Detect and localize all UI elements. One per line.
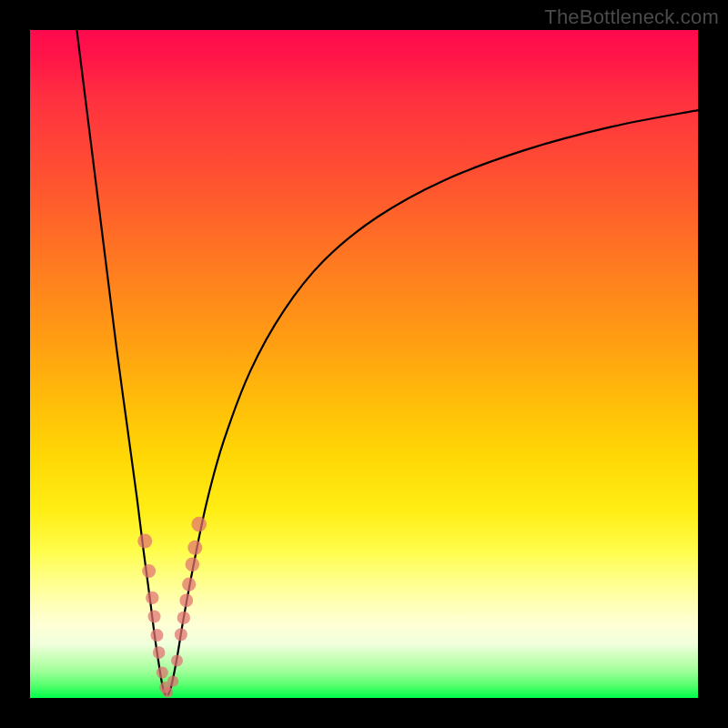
- data-point: [142, 564, 156, 578]
- data-point: [153, 646, 166, 659]
- outer-frame: TheBottleneck.com: [0, 0, 728, 728]
- data-point: [137, 534, 152, 549]
- watermark-text: TheBottleneck.com: [544, 5, 719, 29]
- data-point: [191, 517, 207, 532]
- plot-area: [30, 30, 698, 698]
- curve-right-branch: [168, 110, 698, 694]
- data-point: [157, 667, 168, 679]
- data-point: [146, 592, 158, 604]
- data-point: [177, 612, 190, 624]
- data-point: [179, 593, 193, 607]
- data-point: [182, 578, 196, 592]
- chart-svg: [30, 30, 698, 698]
- data-point: [186, 557, 200, 571]
- data-point: [150, 629, 163, 642]
- data-point: [175, 628, 187, 641]
- data-point: [162, 686, 173, 697]
- data-point: [167, 675, 178, 686]
- data-point-markers: [137, 517, 207, 698]
- data-point: [187, 541, 202, 555]
- data-point: [171, 654, 183, 666]
- data-point: [148, 610, 161, 622]
